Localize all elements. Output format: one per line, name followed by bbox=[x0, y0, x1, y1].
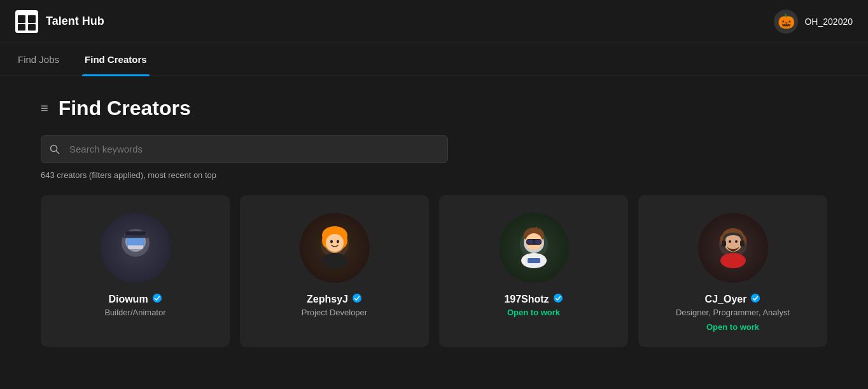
svg-point-21 bbox=[330, 240, 333, 243]
results-info: 643 creators (filters applied), most rec… bbox=[41, 170, 827, 180]
creator-name-diowum: Diowum bbox=[108, 294, 148, 305]
svg-point-24 bbox=[353, 294, 361, 303]
app-title: Talent Hub bbox=[46, 15, 104, 28]
svg-point-48 bbox=[751, 294, 760, 303]
creator-name-197shotz: 197Shotz bbox=[504, 294, 549, 305]
creator-avatar-cjoyer bbox=[698, 213, 768, 283]
creators-grid: Diowum Builder/Animator bbox=[41, 195, 827, 347]
creator-avatar-diowum bbox=[101, 213, 171, 283]
svg-line-6 bbox=[57, 151, 59, 153]
svg-rect-3 bbox=[18, 24, 25, 31]
svg-rect-33 bbox=[527, 240, 533, 244]
creator-card-197shotz[interactable]: 197Shotz Open to work bbox=[439, 195, 628, 347]
header-user-group: 🎃 OH_202020 bbox=[774, 10, 853, 34]
creator-card-zephsyj[interactable]: ZephsyJ Project Developer bbox=[240, 195, 429, 347]
svg-point-47 bbox=[720, 253, 746, 268]
verified-icon-cjoyer bbox=[750, 293, 760, 305]
creator-name-row-zephsyj: ZephsyJ bbox=[307, 293, 362, 305]
header-logo-group: Talent Hub bbox=[15, 10, 104, 33]
creator-name-row-cjoyer: CJ_Oyer bbox=[705, 293, 761, 305]
svg-rect-36 bbox=[528, 258, 540, 263]
svg-point-22 bbox=[337, 240, 339, 243]
page-title: Find Creators bbox=[59, 97, 191, 120]
username-label: OH_202020 bbox=[804, 17, 853, 27]
creator-card-diowum[interactable]: Diowum Builder/Animator bbox=[41, 195, 230, 347]
svg-rect-44 bbox=[740, 240, 745, 247]
main-content: ≡ Find Creators 643 creators (filters ap… bbox=[0, 76, 868, 367]
filter-icon[interactable]: ≡ bbox=[41, 101, 48, 116]
creator-avatar-197shotz bbox=[499, 213, 569, 283]
creator-name-row-197shotz: 197Shotz bbox=[504, 293, 563, 305]
svg-rect-2 bbox=[28, 15, 36, 23]
svg-point-20 bbox=[326, 234, 344, 252]
creator-role-cjoyer: Designer, Programmer, Analyst bbox=[676, 308, 790, 317]
open-to-work-197shotz: Open to work bbox=[507, 308, 560, 317]
creator-role-zephsyj: Project Developer bbox=[302, 308, 367, 317]
svg-point-46 bbox=[735, 240, 738, 243]
search-container bbox=[41, 135, 448, 163]
svg-rect-43 bbox=[722, 240, 726, 247]
creator-role-diowum: Builder/Animator bbox=[104, 308, 165, 317]
svg-rect-1 bbox=[18, 15, 25, 23]
user-avatar[interactable]: 🎃 bbox=[774, 10, 798, 34]
svg-rect-10 bbox=[123, 235, 148, 238]
page-header: ≡ Find Creators bbox=[41, 97, 827, 120]
creator-name-zephsyj: ZephsyJ bbox=[307, 294, 348, 305]
svg-point-14 bbox=[153, 294, 162, 303]
svg-point-37 bbox=[554, 294, 563, 303]
svg-rect-34 bbox=[535, 240, 541, 244]
svg-rect-4 bbox=[28, 24, 36, 31]
search-input[interactable] bbox=[41, 135, 448, 163]
open-to-work-cjoyer: Open to work bbox=[706, 322, 759, 332]
verified-icon-zephsyj bbox=[352, 293, 362, 305]
svg-point-23 bbox=[322, 253, 347, 268]
svg-point-45 bbox=[729, 240, 731, 243]
creator-name-row-diowum: Diowum bbox=[108, 293, 162, 305]
user-avatar-emoji: 🎃 bbox=[778, 13, 795, 30]
main-nav: Find Jobs Find Creators bbox=[0, 43, 868, 76]
nav-item-find-jobs[interactable]: Find Jobs bbox=[15, 43, 62, 76]
app-header: Talent Hub 🎃 OH_202020 bbox=[0, 0, 868, 43]
creator-card-cjoyer[interactable]: CJ_Oyer Designer, Programmer, Analyst Op… bbox=[638, 195, 827, 347]
creator-name-cjoyer: CJ_Oyer bbox=[705, 294, 747, 305]
search-icon bbox=[50, 144, 60, 154]
creator-avatar-zephsyj bbox=[300, 213, 370, 283]
app-logo-icon bbox=[15, 10, 38, 33]
nav-item-find-creators[interactable]: Find Creators bbox=[82, 43, 150, 76]
verified-icon-197shotz bbox=[553, 293, 563, 305]
svg-rect-13 bbox=[127, 238, 144, 245]
verified-icon-diowum bbox=[152, 293, 162, 305]
